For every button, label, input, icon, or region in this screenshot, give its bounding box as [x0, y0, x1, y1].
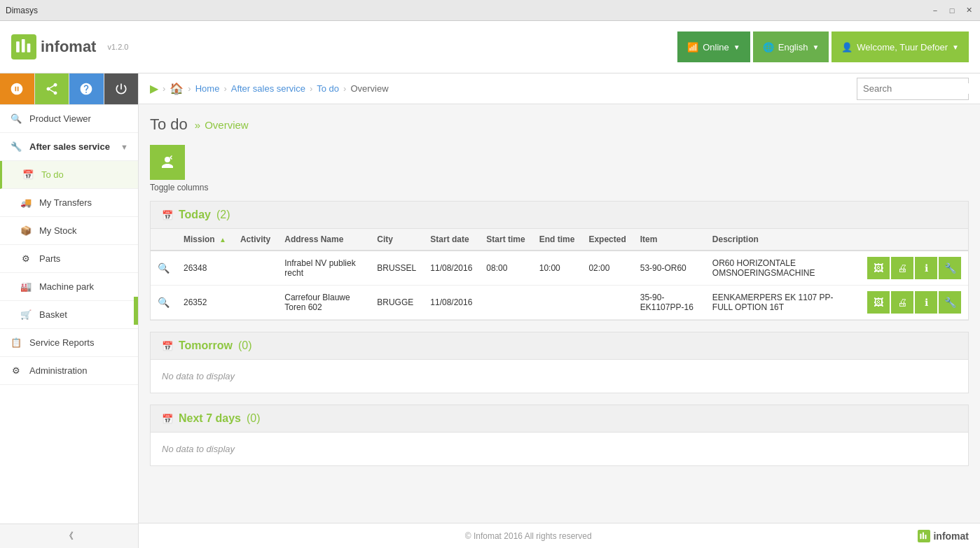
language-button[interactable]: 🌐 English ▼	[753, 31, 829, 62]
col-start-date[interactable]: Start date	[423, 229, 479, 251]
start-time-cell	[479, 286, 532, 320]
row-edit-button[interactable]: 🔧	[939, 291, 961, 314]
col-activity[interactable]: Activity	[233, 229, 277, 251]
col-item[interactable]: Item	[633, 229, 705, 251]
breadcrumb-home[interactable]: Home	[195, 83, 220, 94]
row-print-button[interactable]: 🖨	[891, 257, 913, 279]
row-info-button[interactable]: ℹ	[915, 257, 937, 279]
col-expected[interactable]: Expected	[581, 229, 633, 251]
sidebar-item-my-transfers[interactable]: 🚚 My Transfers	[0, 189, 138, 217]
address-cell: Carrefour Blauwe Toren 602	[277, 286, 370, 320]
version-label: v1.2.0	[107, 43, 128, 51]
sidebar-toggle-arrow[interactable]: ‹	[134, 297, 139, 325]
footer-logo: infomat	[918, 530, 969, 542]
city-cell: BRUGGE	[370, 286, 423, 320]
col-end-time[interactable]: End time	[532, 229, 582, 251]
sidebar-help-icon[interactable]	[69, 73, 104, 104]
table-row: 🔍 26352 Carrefour Blauwe Toren 602 BRUGG…	[151, 286, 968, 320]
next7days-title: Next 7 days	[179, 412, 241, 425]
maximize-button[interactable]: □	[946, 5, 958, 16]
sidebar-item-my-stock[interactable]: 📦 My Stock	[0, 217, 138, 245]
row-image-button[interactable]: 🖼	[867, 291, 890, 314]
search-box[interactable]: 🔍	[857, 78, 969, 100]
online-dropdown-arrow: ▼	[733, 43, 740, 51]
factory-icon: 🏭	[20, 281, 32, 292]
sidebar-item-administration[interactable]: ⚙ Administration	[0, 357, 138, 385]
sidebar-item-after-sales-service[interactable]: 🔧 After sales service ▼	[0, 133, 138, 161]
row-search-icon[interactable]: 🔍	[158, 262, 170, 274]
col-address[interactable]: Address Name	[277, 229, 370, 251]
item-cell: 53-90-OR60	[633, 251, 705, 286]
footer: © Infomat 2016 All rights reserved infom…	[139, 523, 980, 548]
sidebar-share-icon[interactable]	[35, 73, 70, 104]
box-icon: 📦	[20, 225, 32, 236]
sidebar-navigation: 🔍 Product Viewer 🔧 After sales service ▼…	[0, 105, 138, 524]
online-button[interactable]: 📶 Online ▼	[677, 31, 750, 62]
sidebar-item-label: Product Viewer	[29, 113, 91, 124]
svg-rect-6	[925, 534, 927, 538]
clipboard-icon: 📋	[10, 337, 22, 348]
gear-icon: ⚙	[20, 253, 32, 264]
breadcrumb-after-sales[interactable]: After sales service	[231, 83, 305, 94]
col-start-time[interactable]: Start time	[479, 229, 532, 251]
sidebar-item-to-do[interactable]: 📅 To do	[0, 161, 138, 189]
search-input[interactable]	[863, 83, 980, 94]
row-search-icon[interactable]: 🔍	[158, 297, 170, 308]
col-mission[interactable]: Mission ▲	[177, 229, 233, 251]
toggle-columns-label[interactable]: Toggle columns	[150, 183, 969, 192]
logo-text: infomat	[41, 38, 96, 56]
admin-icon: ⚙	[10, 365, 22, 376]
sidebar-icon-bar	[0, 73, 138, 105]
nav-back-icon[interactable]: ▶	[150, 82, 158, 95]
today-count: (2)	[216, 209, 230, 221]
col-description[interactable]: Description	[705, 229, 860, 251]
user-button[interactable]: 👤 Welcome, Tuur Defoer ▼	[831, 31, 969, 62]
end-time-cell	[532, 286, 582, 320]
row-info-button[interactable]: ℹ	[915, 291, 937, 314]
next7days-section-header: 📅 Next 7 days (0)	[151, 405, 968, 433]
sidebar-item-product-viewer[interactable]: 🔍 Product Viewer	[0, 105, 138, 133]
sidebar-item-label: After sales service	[29, 141, 110, 152]
row-print-button[interactable]: 🖨	[891, 291, 913, 314]
col-city[interactable]: City	[370, 229, 423, 251]
home-icon[interactable]: 🏠	[170, 82, 184, 95]
sidebar-power-icon[interactable]	[104, 73, 139, 104]
row-search-cell[interactable]: 🔍	[151, 286, 177, 320]
sidebar-item-service-reports[interactable]: 📋 Service Reports	[0, 329, 138, 357]
today-title: Today	[179, 209, 211, 221]
col-actions	[860, 229, 968, 251]
sidebar-collapse-button[interactable]: 《	[0, 524, 138, 548]
sidebar-item-basket[interactable]: 🛒 Basket	[0, 301, 138, 329]
svg-point-3	[165, 157, 170, 162]
tomorrow-section-header: 📅 Tomorrow (0)	[151, 332, 968, 360]
logo: infomat	[11, 34, 96, 59]
chart-icon: 📶	[687, 42, 698, 52]
language-dropdown-arrow: ▼	[812, 43, 819, 51]
sidebar-item-label: Administration	[29, 365, 87, 376]
sidebar-settings-icon[interactable]	[0, 73, 35, 104]
breadcrumb-todo[interactable]: To do	[317, 83, 339, 94]
expected-cell	[581, 286, 633, 320]
row-image-button[interactable]: 🖼	[867, 257, 890, 279]
row-search-cell[interactable]: 🔍	[151, 251, 177, 286]
toggle-columns-button[interactable]	[150, 145, 185, 180]
title-bar: Dimasys − □ ✕	[0, 0, 980, 21]
page-title-row: To do Overview	[150, 115, 969, 134]
tomorrow-calendar-icon: 📅	[162, 341, 173, 351]
end-time-cell: 10:00	[532, 251, 582, 286]
sort-icon: ▲	[219, 236, 226, 244]
truck-icon: 🚚	[20, 197, 32, 208]
sidebar-item-parts[interactable]: ⚙ Parts	[0, 245, 138, 273]
item-cell: 35-90-EK1107PP-16	[633, 286, 705, 320]
svg-rect-4	[920, 533, 922, 539]
close-button[interactable]: ✕	[963, 5, 974, 16]
row-edit-button[interactable]: 🔧	[939, 257, 961, 279]
svg-rect-2	[27, 43, 31, 52]
sidebar-item-machine-park[interactable]: 🏭 Machine park	[0, 273, 138, 301]
next7days-no-data: No data to display	[151, 433, 968, 465]
today-calendar-icon: 📅	[162, 210, 173, 220]
sidebar-item-label: My Transfers	[39, 197, 92, 208]
minimize-button[interactable]: −	[930, 5, 941, 16]
col-search	[151, 229, 177, 251]
svg-rect-1	[22, 39, 25, 52]
